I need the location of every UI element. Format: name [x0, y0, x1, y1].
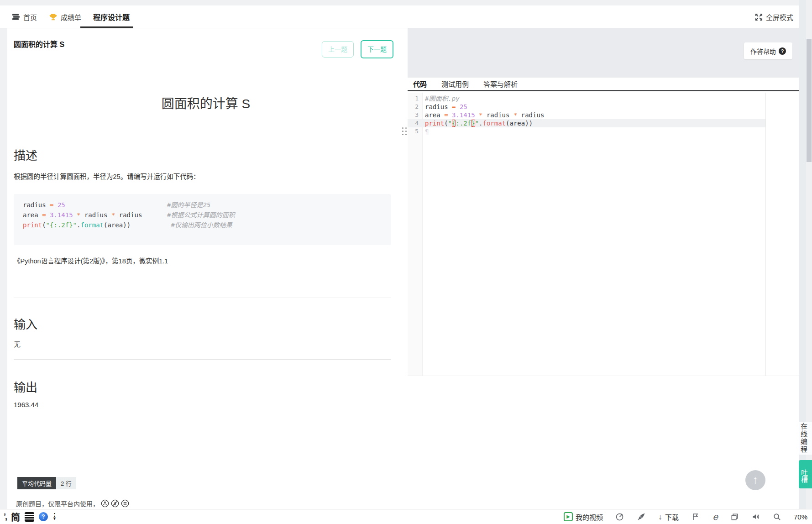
nav-item-home[interactable]: 首页 [12, 12, 37, 22]
input-heading: 输入 [14, 315, 37, 332]
line-number: 3 [408, 111, 423, 119]
zoom-level[interactable]: 70% [794, 513, 807, 521]
ime-toolbar: ’, 简 ? ∶ ▼ [4, 509, 57, 524]
code-token: = [444, 111, 452, 119]
sample-code-line: radius = 25#圆的半径是25 [23, 200, 382, 210]
license-text: 原创题目，仅限平台内使用， [16, 499, 99, 508]
code-token: 3.1415 [50, 211, 77, 219]
avg-code-value: 2 行 [56, 477, 76, 489]
code-token: " [448, 120, 452, 127]
code-token: print [425, 120, 444, 127]
ime-menu-icon[interactable]: ∶ ▼ [52, 513, 57, 520]
code-comment: #圆的半径是25 [167, 201, 210, 209]
trophy-icon [49, 13, 58, 21]
ie-compat-icon[interactable]: e [712, 511, 718, 522]
code-token: format [80, 221, 104, 229]
panel-resize-handle[interactable] [401, 122, 408, 141]
code-token: 25 [460, 103, 467, 110]
code-token: radius [84, 211, 111, 219]
next-question-button[interactable]: 下一题 [361, 40, 393, 58]
code-token: radius [521, 111, 545, 119]
line-number: 4 [408, 119, 423, 127]
left-margin-strip [0, 28, 7, 509]
code-token: " [475, 120, 479, 127]
cc-nd-icon [121, 499, 129, 508]
nav-item-programming[interactable]: 程序设计题 [93, 11, 130, 22]
prev-question-button[interactable]: 上一题 [322, 41, 354, 58]
page-scrollbar-thumb[interactable] [807, 39, 812, 162]
tab-answers[interactable]: 答案与解析 [483, 79, 518, 89]
answer-help-label: 作答帮助 [750, 47, 776, 56]
code-token: } [471, 120, 475, 127]
cc-nc-icon: $ [111, 499, 119, 508]
code-token: radius [425, 103, 452, 110]
feedback-side-tab[interactable]: 吐槽 [799, 460, 812, 488]
nav-programming-label: 程序设计题 [93, 11, 130, 22]
ime-simplified-icon[interactable]: 简 [11, 510, 20, 524]
code-token: 3.1415 [452, 111, 479, 119]
navbar-left: 首页 成绩单 程序设计题 [12, 5, 130, 28]
screen: 首页 成绩单 程序设计题 全屏模式 圆面积的计算 S 上一题 下一题 圆面积的计… [0, 0, 812, 524]
my-videos-button[interactable]: ▶ 我的视频 [564, 512, 603, 522]
search-icon[interactable] [773, 513, 781, 521]
editor-header: 作答帮助 ? [408, 28, 799, 78]
code-editor[interactable]: 1#圆面积.py2radius = 253area = 3.1415 * rad… [408, 93, 799, 376]
restore-window-icon[interactable] [730, 513, 739, 521]
ime-stamp-icon[interactable] [25, 512, 34, 522]
answer-help-button[interactable]: 作答帮助 ? [744, 42, 792, 59]
tab-code[interactable]: 代码 [413, 79, 427, 89]
accelerator-icon[interactable] [615, 512, 624, 521]
output-value: 1963.44 [14, 401, 38, 409]
description-text: 根据圆的半径计算圆面积，半径为25。请编写并运行如下代码： [14, 171, 200, 181]
code-token: area [23, 211, 42, 219]
divider [14, 298, 391, 298]
back-to-top-button[interactable]: ↑ [745, 470, 765, 490]
sample-code-block: radius = 25#圆的半径是25area = 3.1415 * radiu… [14, 194, 391, 245]
line-number: 2 [408, 103, 423, 111]
output-heading: 输出 [14, 378, 37, 395]
code-token: area [107, 221, 123, 229]
avg-code-badge: 平均代码量 2 行 [17, 477, 76, 489]
code-token: = [50, 201, 58, 209]
code-token: * [77, 211, 84, 219]
code-token: format [483, 120, 506, 127]
editor-code-line: 5¶ [408, 127, 765, 136]
code-token: . [479, 120, 482, 127]
code-token: radius [487, 111, 513, 119]
nav-item-transcript[interactable]: 成绩单 [49, 12, 81, 22]
editor-code-line: 4print("{:.2f}".format(area)) [408, 119, 765, 127]
code-token: 25 [58, 201, 65, 209]
code-token: )) [525, 120, 533, 127]
editor-code-line: 1#圆面积.py [408, 94, 765, 103]
home-list-icon [12, 13, 20, 21]
code-token: :.2f [456, 120, 471, 127]
license-note: 原创题目，仅限平台内使用， $ [16, 499, 129, 508]
divider [14, 359, 391, 360]
code-token: #圆面积.py [425, 95, 460, 102]
avg-code-label: 平均代码量 [17, 477, 56, 489]
code-token: ¶ [425, 128, 429, 135]
navbar: 首页 成绩单 程序设计题 全屏模式 [0, 5, 812, 28]
download-button[interactable]: ↓ 下载 [658, 512, 679, 522]
book-reference: 《Python语言程序设计(第2版)》，第18页，微实例1.1 [14, 256, 168, 265]
code-token: = [42, 211, 50, 219]
code-token: * [111, 211, 119, 219]
volume-icon[interactable] [751, 512, 760, 521]
tab-testcases[interactable]: 测试用例 [441, 79, 469, 89]
fullscreen-expand-icon [755, 13, 763, 21]
rocket-icon[interactable] [637, 512, 646, 521]
editor-code-line: 2radius = 25 [408, 103, 765, 111]
line-number: 5 [408, 127, 423, 136]
ime-help-icon[interactable]: ? [39, 512, 48, 521]
my-videos-label: 我的视频 [576, 512, 603, 522]
flag-icon[interactable] [691, 512, 700, 521]
fullscreen-control[interactable]: 全屏模式 [755, 5, 793, 28]
code-token: = [452, 103, 460, 110]
download-arrow-icon: ↓ [658, 512, 662, 522]
code-comment: #根据公式计算圆的面积 [167, 211, 235, 219]
online-coding-side-tab[interactable]: 在线编程 [799, 422, 812, 455]
code-token: radius [23, 201, 50, 209]
nav-transcript-label: 成绩单 [61, 12, 81, 22]
ime-punctuation-icon[interactable]: ’, [4, 512, 6, 522]
code-comment: #仅输出两位小数结果 [167, 221, 232, 229]
